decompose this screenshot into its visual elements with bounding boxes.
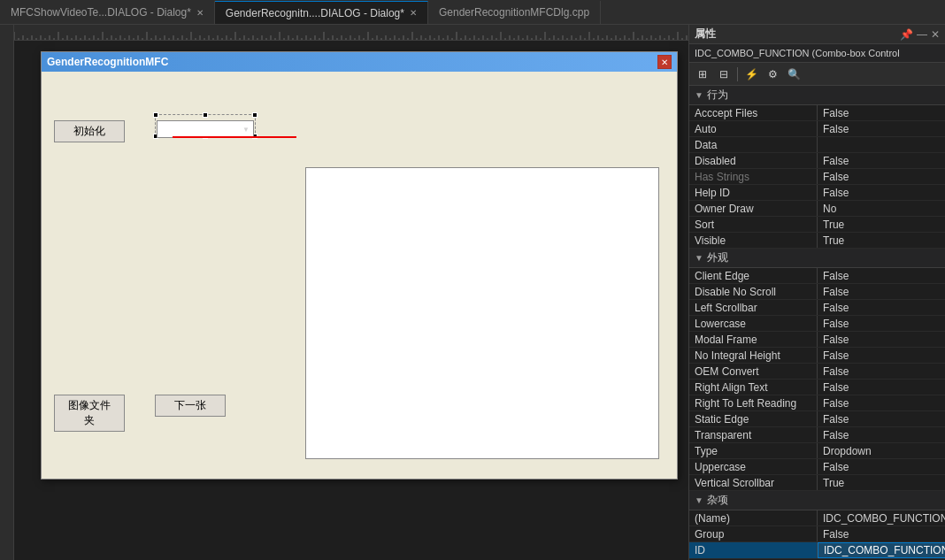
svg-rect-0 — [14, 25, 688, 41]
props-row[interactable]: VisibleTrue — [689, 233, 945, 249]
handle-tr — [252, 112, 257, 118]
prop-name: Left Scrollbar — [689, 300, 818, 315]
prop-name: Disable No Scroll — [689, 284, 818, 299]
section-header-行为[interactable]: ▼行为 — [689, 86, 945, 105]
props-row[interactable]: TransparentFalse — [689, 427, 945, 443]
lightning-button[interactable]: ⚙ — [763, 65, 782, 83]
prop-name: Acccept Files — [689, 105, 818, 120]
prop-value: False — [818, 169, 945, 184]
prop-name: Uppercase — [689, 459, 818, 474]
red-underline — [173, 136, 296, 138]
search-props-button[interactable]: 🔍 — [784, 65, 803, 83]
tab-genderrecog[interactable]: GenderRecognitn....DIALOG - Dialog* ✕ — [215, 1, 428, 24]
alpha-view-button[interactable]: ⊟ — [714, 65, 734, 83]
prop-value: False — [818, 332, 945, 347]
props-row[interactable]: Data — [689, 137, 945, 153]
prop-name: Client Edge — [689, 268, 818, 283]
prop-value: True — [818, 233, 945, 248]
props-row[interactable]: (Name)IDC_COMBO_FUNCTION — [689, 510, 945, 526]
prop-value: False — [818, 185, 945, 200]
prop-value: IDC_COMBO_FUNCTION — [818, 542, 945, 558]
props-row[interactable]: Disable No ScrollFalse — [689, 284, 945, 300]
prop-value: False — [818, 380, 945, 395]
next-button[interactable]: 下一张 — [155, 395, 226, 417]
props-row[interactable]: Static EdgeFalse — [689, 411, 945, 427]
props-row[interactable]: Help IDFalse — [689, 185, 945, 201]
pin-button[interactable]: 📌 — [900, 28, 913, 41]
prop-name: Lowercase — [689, 316, 818, 331]
image-display-area — [305, 167, 659, 459]
props-row[interactable]: Acccept FilesFalse — [689, 105, 945, 121]
section-header-杂项[interactable]: ▼杂项 — [689, 491, 945, 510]
tab-genderrecog-label: GenderRecognitn....DIALOG - Dialog* — [226, 7, 404, 19]
props-row[interactable]: No Integral HeightFalse — [689, 348, 945, 364]
section-name: 外观 — [707, 250, 728, 265]
prop-value: False — [818, 153, 945, 168]
prop-value: False — [818, 348, 945, 363]
folder-button[interactable]: 图像文件夹 — [54, 395, 125, 432]
events-button[interactable]: ⚡ — [741, 65, 761, 83]
prop-value: False — [818, 459, 945, 474]
prop-value: False — [818, 395, 945, 410]
props-row[interactable]: UppercaseFalse — [689, 459, 945, 475]
prop-name: (Name) — [689, 510, 818, 525]
tab-mfcshow[interactable]: MFCShowVideoTe...DIALOG - Dialog* ✕ — [0, 1, 215, 24]
props-row[interactable]: TypeDropdown — [689, 443, 945, 459]
dialog-close-button[interactable]: ✕ — [657, 55, 672, 69]
prop-value: False — [818, 411, 945, 426]
prop-value: True — [818, 217, 945, 232]
props-row[interactable]: Owner DrawNo — [689, 201, 945, 217]
props-row[interactable]: Vertical ScrollbarTrue — [689, 475, 945, 491]
prop-value: IDC_COMBO_FUNCTION — [818, 510, 945, 525]
props-row[interactable]: AutoFalse — [689, 121, 945, 137]
props-row[interactable]: IDIDC_COMBO_FUNCTION — [689, 542, 945, 559]
props-row[interactable]: DisabledFalse — [689, 153, 945, 169]
prop-name: Has Strings — [689, 169, 818, 184]
prop-value: False — [818, 121, 945, 136]
props-row[interactable]: Right Align TextFalse — [689, 380, 945, 395]
init-button[interactable]: 初始化 — [54, 120, 125, 142]
props-row[interactable]: GroupFalse — [689, 526, 945, 542]
props-row[interactable]: SortTrue — [689, 217, 945, 233]
props-row[interactable]: Modal FrameFalse — [689, 332, 945, 348]
minimize-button[interactable]: — — [917, 28, 927, 41]
prop-value — [818, 137, 945, 152]
prop-name: OEM Convert — [689, 364, 818, 379]
props-row[interactable]: Client EdgeFalse — [689, 268, 945, 284]
combo-inner[interactable]: ▼ — [157, 120, 254, 138]
prop-value: True — [818, 475, 945, 490]
prop-name: ID — [689, 542, 818, 558]
combo-box-control[interactable]: ▼ — [157, 120, 254, 138]
prop-name: Data — [689, 137, 818, 152]
props-row[interactable]: Left ScrollbarFalse — [689, 300, 945, 316]
prop-value: False — [818, 284, 945, 299]
tab-bar: MFCShowVideoTe...DIALOG - Dialog* ✕ Gend… — [0, 0, 945, 25]
handle-tm — [203, 112, 208, 118]
props-row[interactable]: Right To Left ReadingFalse — [689, 395, 945, 411]
grid-view-button[interactable]: ⊞ — [693, 65, 712, 83]
prop-name: Auto — [689, 121, 818, 136]
dialog-content: 初始化 ▼ — [42, 72, 677, 479]
prop-name: Help ID — [689, 185, 818, 200]
tab-cpp[interactable]: GenderRecognitionMFCDlg.cpp — [428, 1, 601, 24]
tab-mfcshow-label: MFCShowVideoTe...DIALOG - Dialog* — [11, 6, 191, 19]
props-row[interactable]: Has StringsFalse — [689, 169, 945, 185]
combo-dropdown-arrow[interactable]: ▼ — [242, 126, 250, 134]
prop-value: False — [818, 105, 945, 120]
prop-name: Modal Frame — [689, 332, 818, 347]
dialog-title-bar: GenderRecognitionMFC ✕ — [42, 52, 677, 72]
section-header-外观[interactable]: ▼外观 — [689, 249, 945, 268]
prop-value: False — [818, 268, 945, 283]
handle-tl — [153, 112, 158, 118]
section-collapse-icon: ▼ — [695, 253, 703, 263]
tab-genderrecog-close[interactable]: ✕ — [410, 8, 417, 18]
props-row[interactable]: LowercaseFalse — [689, 316, 945, 332]
close-props-button[interactable]: ✕ — [931, 28, 940, 41]
prop-name: Type — [689, 443, 818, 458]
ruler — [14, 25, 688, 41]
tab-mfcshow-close[interactable]: ✕ — [196, 8, 204, 18]
properties-title-bar: 属性 📌 — ✕ — [689, 25, 945, 44]
prop-name: Owner Draw — [689, 201, 818, 216]
main-area: GenderRecognitionMFC ✕ 初始化 — [0, 25, 945, 560]
props-row[interactable]: OEM ConvertFalse — [689, 364, 945, 380]
